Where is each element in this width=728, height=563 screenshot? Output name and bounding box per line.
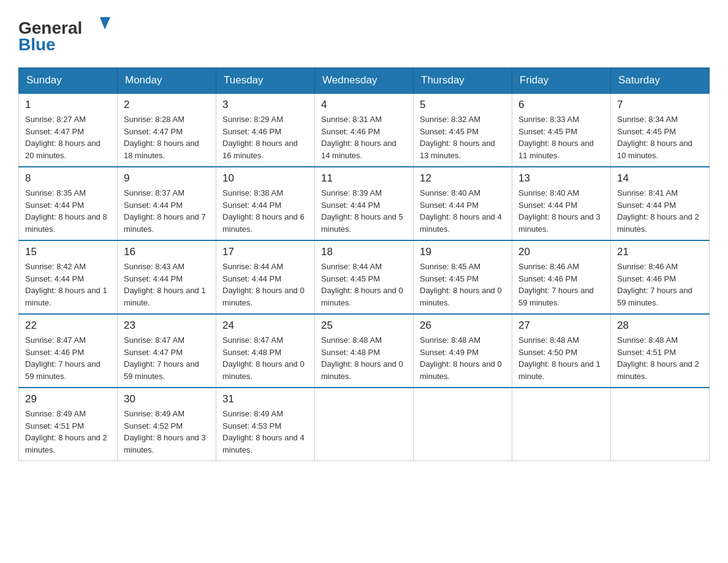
day-info: Sunrise: 8:34 AMSunset: 4:45 PMDaylight:… [617, 113, 703, 161]
day-info: Sunrise: 8:45 AMSunset: 4:45 PMDaylight:… [420, 261, 506, 308]
calendar-cell: 22Sunrise: 8:47 AMSunset: 4:46 PMDayligh… [19, 314, 118, 388]
day-number: 5 [420, 99, 506, 111]
day-number: 8 [25, 172, 111, 185]
week-row-2: 8Sunrise: 8:35 AMSunset: 4:44 PMDaylight… [19, 167, 710, 240]
calendar-cell: 16Sunrise: 8:43 AMSunset: 4:44 PMDayligh… [118, 240, 216, 314]
day-number: 19 [420, 246, 506, 258]
calendar-cell: 26Sunrise: 8:48 AMSunset: 4:49 PMDayligh… [414, 314, 512, 388]
day-number: 31 [222, 393, 308, 405]
day-number: 9 [124, 172, 210, 185]
day-header-saturday: Saturday [611, 68, 710, 94]
day-info: Sunrise: 8:33 AMSunset: 4:45 PMDaylight:… [518, 113, 604, 161]
calendar-cell: 24Sunrise: 8:47 AMSunset: 4:48 PMDayligh… [216, 314, 315, 388]
day-info: Sunrise: 8:48 AMSunset: 4:49 PMDaylight:… [420, 334, 506, 382]
day-header-thursday: Thursday [414, 68, 512, 94]
day-info: Sunrise: 8:29 AMSunset: 4:46 PMDaylight:… [222, 113, 308, 161]
day-info: Sunrise: 8:48 AMSunset: 4:51 PMDaylight:… [617, 334, 703, 382]
day-number: 11 [321, 172, 407, 185]
calendar-cell: 14Sunrise: 8:41 AMSunset: 4:44 PMDayligh… [611, 167, 710, 240]
day-header-tuesday: Tuesday [216, 68, 315, 94]
calendar-cell: 11Sunrise: 8:39 AMSunset: 4:44 PMDayligh… [315, 167, 414, 240]
calendar-cell: 23Sunrise: 8:47 AMSunset: 4:47 PMDayligh… [118, 314, 216, 388]
calendar-cell: 1Sunrise: 8:27 AMSunset: 4:47 PMDaylight… [19, 93, 118, 167]
page-header: General Blue [18, 12, 710, 55]
day-number: 6 [518, 99, 604, 111]
calendar-cell: 20Sunrise: 8:46 AMSunset: 4:46 PMDayligh… [512, 240, 611, 314]
calendar-cell: 13Sunrise: 8:40 AMSunset: 4:44 PMDayligh… [512, 167, 611, 240]
week-row-1: 1Sunrise: 8:27 AMSunset: 4:47 PMDaylight… [19, 93, 710, 167]
day-info: Sunrise: 8:47 AMSunset: 4:47 PMDaylight:… [124, 334, 210, 382]
day-number: 24 [222, 320, 308, 332]
day-number: 12 [420, 172, 506, 185]
day-info: Sunrise: 8:48 AMSunset: 4:50 PMDaylight:… [518, 334, 604, 382]
day-number: 18 [321, 246, 407, 258]
day-info: Sunrise: 8:49 AMSunset: 4:52 PMDaylight:… [124, 408, 210, 456]
day-header-sunday: Sunday [19, 68, 118, 94]
calendar-cell: 8Sunrise: 8:35 AMSunset: 4:44 PMDaylight… [19, 167, 118, 240]
svg-marker-1 [100, 17, 110, 29]
day-info: Sunrise: 8:47 AMSunset: 4:46 PMDaylight:… [25, 334, 111, 382]
day-info: Sunrise: 8:49 AMSunset: 4:53 PMDaylight:… [222, 408, 308, 456]
day-info: Sunrise: 8:40 AMSunset: 4:44 PMDaylight:… [518, 187, 604, 235]
calendar-cell: 7Sunrise: 8:34 AMSunset: 4:45 PMDaylight… [611, 93, 710, 167]
calendar-cell: 17Sunrise: 8:44 AMSunset: 4:44 PMDayligh… [216, 240, 315, 314]
day-number: 3 [222, 99, 308, 111]
day-info: Sunrise: 8:31 AMSunset: 4:46 PMDaylight:… [321, 113, 407, 161]
day-number: 21 [617, 246, 703, 258]
day-info: Sunrise: 8:37 AMSunset: 4:44 PMDaylight:… [124, 187, 210, 235]
day-info: Sunrise: 8:47 AMSunset: 4:48 PMDaylight:… [222, 334, 308, 382]
calendar-table: SundayMondayTuesdayWednesdayThursdayFrid… [18, 67, 710, 461]
day-info: Sunrise: 8:39 AMSunset: 4:44 PMDaylight:… [321, 187, 407, 235]
calendar-cell: 29Sunrise: 8:49 AMSunset: 4:51 PMDayligh… [19, 388, 118, 461]
day-number: 16 [124, 246, 210, 258]
day-number: 26 [420, 320, 506, 332]
day-number: 20 [518, 246, 604, 258]
day-number: 14 [617, 172, 703, 185]
calendar-cell: 25Sunrise: 8:48 AMSunset: 4:48 PMDayligh… [315, 314, 414, 388]
day-info: Sunrise: 8:44 AMSunset: 4:44 PMDaylight:… [222, 261, 308, 308]
days-header-row: SundayMondayTuesdayWednesdayThursdayFrid… [19, 68, 710, 94]
calendar-cell: 31Sunrise: 8:49 AMSunset: 4:53 PMDayligh… [216, 388, 315, 461]
logo: General Blue [18, 12, 116, 55]
day-number: 4 [321, 99, 407, 111]
day-number: 23 [124, 320, 210, 332]
day-info: Sunrise: 8:35 AMSunset: 4:44 PMDaylight:… [25, 187, 111, 235]
day-header-monday: Monday [118, 68, 216, 94]
week-row-4: 22Sunrise: 8:47 AMSunset: 4:46 PMDayligh… [19, 314, 710, 388]
calendar-cell: 18Sunrise: 8:44 AMSunset: 4:45 PMDayligh… [315, 240, 414, 314]
day-info: Sunrise: 8:32 AMSunset: 4:45 PMDaylight:… [420, 113, 506, 161]
day-info: Sunrise: 8:41 AMSunset: 4:44 PMDaylight:… [617, 187, 703, 235]
day-number: 10 [222, 172, 308, 185]
calendar-cell: 3Sunrise: 8:29 AMSunset: 4:46 PMDaylight… [216, 93, 315, 167]
calendar-cell: 21Sunrise: 8:46 AMSunset: 4:46 PMDayligh… [611, 240, 710, 314]
day-header-friday: Friday [512, 68, 611, 94]
calendar-cell: 19Sunrise: 8:45 AMSunset: 4:45 PMDayligh… [414, 240, 512, 314]
day-number: 1 [25, 99, 111, 111]
calendar-cell: 2Sunrise: 8:28 AMSunset: 4:47 PMDaylight… [118, 93, 216, 167]
day-header-wednesday: Wednesday [315, 68, 414, 94]
day-number: 30 [124, 393, 210, 405]
day-number: 22 [25, 320, 111, 332]
week-row-3: 15Sunrise: 8:42 AMSunset: 4:44 PMDayligh… [19, 240, 710, 314]
calendar-cell: 5Sunrise: 8:32 AMSunset: 4:45 PMDaylight… [414, 93, 512, 167]
day-info: Sunrise: 8:43 AMSunset: 4:44 PMDaylight:… [124, 261, 210, 308]
day-info: Sunrise: 8:49 AMSunset: 4:51 PMDaylight:… [25, 408, 111, 456]
day-number: 7 [617, 99, 703, 111]
calendar-cell [414, 388, 512, 461]
day-info: Sunrise: 8:46 AMSunset: 4:46 PMDaylight:… [617, 261, 703, 308]
svg-text:Blue: Blue [18, 35, 56, 54]
calendar-cell [315, 388, 414, 461]
day-info: Sunrise: 8:46 AMSunset: 4:46 PMDaylight:… [518, 261, 604, 308]
day-number: 13 [518, 172, 604, 185]
day-info: Sunrise: 8:38 AMSunset: 4:44 PMDaylight:… [222, 187, 308, 235]
day-info: Sunrise: 8:48 AMSunset: 4:48 PMDaylight:… [321, 334, 407, 382]
day-number: 17 [222, 246, 308, 258]
day-number: 2 [124, 99, 210, 111]
calendar-cell: 28Sunrise: 8:48 AMSunset: 4:51 PMDayligh… [611, 314, 710, 388]
day-info: Sunrise: 8:40 AMSunset: 4:44 PMDaylight:… [420, 187, 506, 235]
calendar-cell: 12Sunrise: 8:40 AMSunset: 4:44 PMDayligh… [414, 167, 512, 240]
day-number: 28 [617, 320, 703, 332]
day-number: 15 [25, 246, 111, 258]
calendar-cell: 10Sunrise: 8:38 AMSunset: 4:44 PMDayligh… [216, 167, 315, 240]
day-info: Sunrise: 8:44 AMSunset: 4:45 PMDaylight:… [321, 261, 407, 308]
